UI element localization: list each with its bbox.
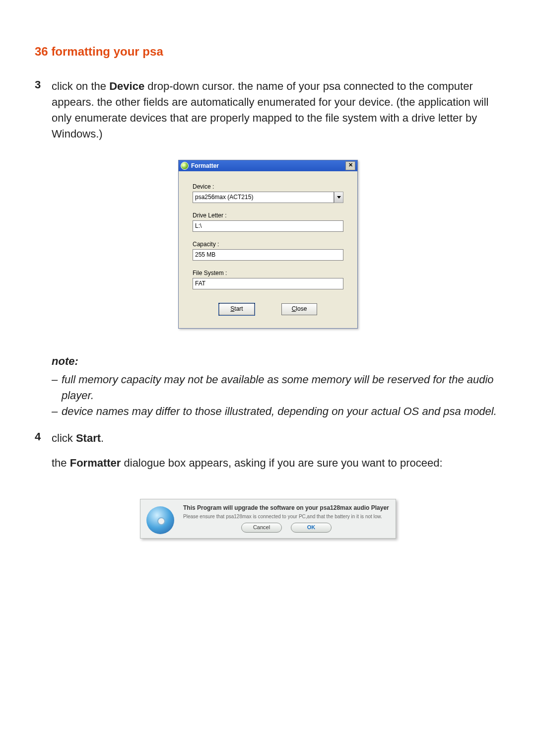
step-4: 4 click Start. (35, 430, 501, 446)
ok-button[interactable]: OK (291, 523, 332, 533)
upgrade-dialog-wrap: This Program will upgrade the software o… (35, 499, 501, 539)
device-combo[interactable]: psa256max (ACT215) (193, 192, 343, 203)
start-button[interactable]: Start (219, 303, 255, 315)
drive-letter-value: L:\ (193, 220, 343, 232)
button-row: Start Close (193, 303, 343, 319)
capacity-value: 255 MB (193, 249, 343, 261)
text-fragment: click (52, 432, 76, 444)
dash-icon: – (52, 372, 62, 404)
note-block: note: – full memory capacity may not be … (52, 353, 501, 420)
formatter-dialog: Formatter ✕ Device : psa256max (ACT215) … (178, 160, 358, 329)
text-fragment: dialogue box appears, asking if you are … (121, 457, 442, 469)
note-text: device names may differ to those illustr… (62, 404, 501, 419)
step-3: 3 click on the Device drop-down cursor. … (35, 78, 501, 142)
window-title: Formatter (191, 162, 345, 169)
dash-icon: – (52, 404, 62, 419)
heading-text: formatting your psa (51, 45, 163, 58)
upgrade-text-area: This Program will upgrade the software o… (183, 504, 390, 534)
text-bold: Device (109, 80, 144, 92)
note-colon: : (74, 355, 78, 367)
note-word: note (52, 355, 74, 367)
heading-number: 36 (35, 45, 51, 58)
dialog-body: Device : psa256max (ACT215) Drive Letter… (179, 171, 357, 328)
note-item-1: – full memory capacity may not be availa… (52, 372, 501, 404)
paragraph: the Formatter dialogue box appears, aski… (52, 455, 501, 471)
disc-icon (146, 506, 174, 534)
step-number: 4 (35, 430, 52, 446)
note-text: full memory capacity may not be availabl… (62, 372, 501, 404)
upgrade-title: This Program will upgrade the software o… (183, 504, 390, 512)
close-icon[interactable]: ✕ (345, 161, 355, 170)
close-button[interactable]: Close (281, 303, 317, 315)
title-bar: Formatter ✕ (179, 160, 357, 171)
note-item-2: – device names may differ to those illus… (52, 404, 501, 419)
file-system-label: File System : (193, 270, 343, 276)
cancel-button[interactable]: Cancel (241, 523, 282, 533)
formatter-dialog-wrap: Formatter ✕ Device : psa256max (ACT215) … (35, 160, 501, 329)
text-fragment: click on the (52, 80, 109, 92)
device-label: Device : (193, 183, 343, 190)
upgrade-button-row: Cancel OK (183, 523, 390, 533)
text-bold: Formatter (70, 457, 121, 469)
upgrade-subtitle: Please ensure that psa128max is connecte… (183, 513, 390, 520)
page-heading: 36 formatting your psa (35, 45, 501, 59)
step-text: click Start. (52, 430, 104, 446)
drive-letter-label: Drive Letter : (193, 212, 343, 219)
app-icon (181, 162, 189, 170)
capacity-label: Capacity : (193, 241, 343, 248)
text-bold: Start (76, 432, 101, 444)
chevron-down-icon[interactable] (334, 192, 343, 203)
step-text: click on the Device drop-down cursor. th… (52, 78, 501, 142)
upgrade-dialog: This Program will upgrade the software o… (140, 499, 396, 539)
note-title: note: (52, 353, 501, 369)
step-number: 3 (35, 78, 52, 142)
text-fragment: . (101, 432, 104, 444)
file-system-value: FAT (193, 278, 343, 289)
text-fragment: the (52, 457, 70, 469)
device-value: psa256max (ACT215) (193, 192, 334, 203)
